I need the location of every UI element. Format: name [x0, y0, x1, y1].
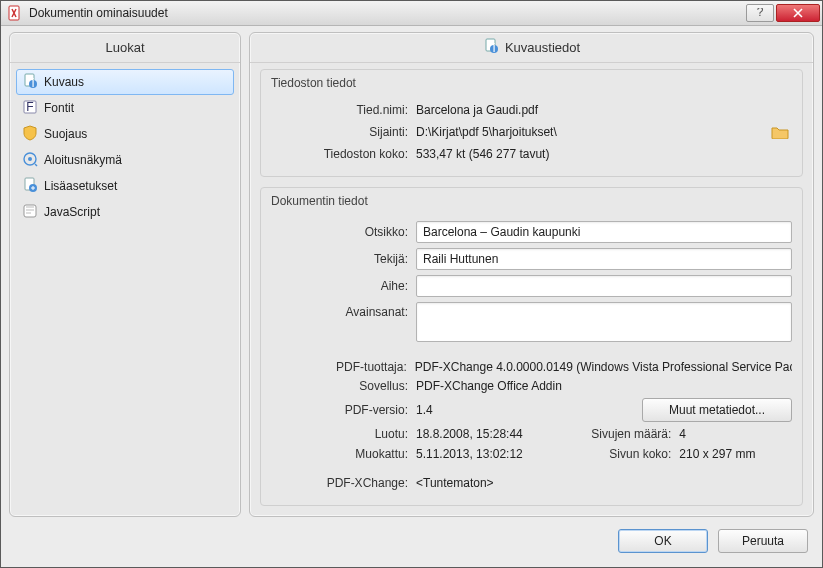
categories-pane: Luokat i Kuvaus F Fontit	[9, 32, 241, 517]
pages-label: Sivujen määrä:	[559, 427, 679, 441]
shield-icon	[22, 125, 38, 144]
details-pane: i Kuvaustiedot Tiedoston tiedot Tied.nim…	[249, 32, 814, 517]
window: Dokumentin ominaisuudet ? Luokat i Kuva	[0, 0, 823, 568]
svg-text:F: F	[26, 100, 33, 114]
top-panes: Luokat i Kuvaus F Fontit	[9, 32, 814, 517]
doc-keywords-label: Avainsanat:	[271, 302, 416, 319]
details-header: i Kuvaustiedot	[250, 33, 813, 63]
pages-value: 4	[679, 427, 792, 441]
doc-title-input[interactable]	[416, 221, 792, 243]
help-button[interactable]: ?	[746, 4, 774, 22]
pagesize-value: 210 x 297 mm	[679, 447, 792, 461]
category-label: Lisäasetukset	[44, 179, 117, 193]
category-label: Kuvaus	[44, 75, 84, 89]
app-row: Sovellus: PDF-XChange Office Addin	[271, 379, 792, 393]
ok-button[interactable]: OK	[618, 529, 708, 553]
pdfx-label: PDF-XChange:	[271, 476, 416, 490]
file-location-value: D:\Kirjat\pdf 5\harjoitukset\	[416, 125, 557, 139]
file-size-row: Tiedoston koko: 533,47 kt (546 277 tavut…	[271, 147, 792, 161]
producer-label: PDF-tuottaja:	[271, 360, 415, 374]
version-label: PDF-versio:	[271, 403, 416, 417]
doc-subject-label: Aihe:	[271, 279, 416, 293]
file-info-group: Tiedoston tiedot Tied.nimi: Barcelona ja…	[260, 69, 803, 177]
version-row: PDF-versio: 1.4 Muut metatiedot...	[271, 398, 792, 422]
page-info-icon: i	[483, 38, 499, 57]
category-javascript[interactable]: JavaScript	[16, 199, 234, 225]
file-info-title: Tiedoston tiedot	[261, 70, 802, 92]
meta-grid: Luotu: 18.8.2008, 15:28:44 Sivujen määrä…	[271, 427, 792, 461]
category-label: Fontit	[44, 101, 74, 115]
doc-info-title: Dokumentin tiedot	[261, 188, 802, 210]
file-name-value: Barcelona ja Gaudi.pdf	[416, 103, 538, 117]
doc-author-input[interactable]	[416, 248, 792, 270]
open-folder-button[interactable]	[768, 122, 792, 142]
doc-keywords-row: Avainsanat:	[271, 302, 792, 342]
folder-icon	[771, 125, 789, 139]
titlebar: Dokumentin ominaisuudet ?	[1, 1, 822, 26]
categories-title: Luokat	[105, 40, 144, 55]
page-info-icon: i	[22, 73, 38, 92]
created-label: Luotu:	[271, 427, 416, 441]
file-name-row: Tied.nimi: Barcelona ja Gaudi.pdf	[271, 103, 792, 117]
file-size-value: 533,47 kt (546 277 tavut)	[416, 147, 549, 161]
details-body: Tiedoston tiedot Tied.nimi: Barcelona ja…	[250, 63, 813, 516]
modified-value: 5.11.2013, 13:02:12	[416, 447, 559, 461]
details-title: Kuvaustiedot	[505, 40, 580, 55]
file-size-label: Tiedoston koko:	[271, 147, 416, 161]
cancel-button[interactable]: Peruuta	[718, 529, 808, 553]
category-kuvaus[interactable]: i Kuvaus	[16, 69, 234, 95]
script-icon	[22, 203, 38, 222]
app-label: Sovellus:	[271, 379, 416, 393]
file-name-label: Tied.nimi:	[271, 103, 416, 117]
pagesize-label: Sivun koko:	[559, 447, 679, 461]
dialog-footer: OK Peruuta	[9, 523, 814, 559]
category-lisaasetukset[interactable]: Lisäasetukset	[16, 173, 234, 199]
doc-subject-row: Aihe:	[271, 275, 792, 297]
doc-title-label: Otsikko:	[271, 225, 416, 239]
settings-icon	[22, 177, 38, 196]
svg-text:?: ?	[757, 8, 764, 18]
categories-list: i Kuvaus F Fontit Suojau	[10, 63, 240, 231]
producer-row: PDF-tuottaja: PDF-XChange 4.0.0000.0149 …	[271, 360, 792, 374]
doc-author-label: Tekijä:	[271, 252, 416, 266]
view-icon	[22, 151, 38, 170]
doc-subject-input[interactable]	[416, 275, 792, 297]
svg-text:i: i	[493, 41, 496, 54]
close-button[interactable]	[776, 4, 820, 22]
client-area: Luokat i Kuvaus F Fontit	[1, 26, 822, 567]
app-icon	[7, 5, 23, 21]
svg-line-9	[35, 164, 37, 166]
created-value: 18.8.2008, 15:28:44	[416, 427, 559, 441]
doc-title-row: Otsikko:	[271, 221, 792, 243]
window-title: Dokumentin ominaisuudet	[29, 6, 744, 20]
more-metadata-button[interactable]: Muut metatiedot...	[642, 398, 792, 422]
category-label: Aloitusnäkymä	[44, 153, 122, 167]
pdfx-value: <Tuntematon>	[416, 476, 494, 490]
svg-text:i: i	[32, 76, 35, 89]
category-label: Suojaus	[44, 127, 87, 141]
doc-author-row: Tekijä:	[271, 248, 792, 270]
version-value: 1.4	[416, 403, 433, 417]
svg-point-8	[28, 157, 32, 161]
file-location-row: Sijainti: D:\Kirjat\pdf 5\harjoitukset\	[271, 122, 792, 142]
categories-header: Luokat	[10, 33, 240, 63]
font-icon: F	[22, 99, 38, 118]
category-label: JavaScript	[44, 205, 100, 219]
pdfx-row: PDF-XChange: <Tuntematon>	[271, 476, 792, 490]
category-suojaus[interactable]: Suojaus	[16, 121, 234, 147]
doc-keywords-input[interactable]	[416, 302, 792, 342]
file-location-label: Sijainti:	[271, 125, 416, 139]
modified-label: Muokattu:	[271, 447, 416, 461]
app-value: PDF-XChange Office Addin	[416, 379, 562, 393]
producer-value: PDF-XChange 4.0.0000.0149 (Windows Vista…	[415, 360, 792, 374]
category-fontit[interactable]: F Fontit	[16, 95, 234, 121]
doc-info-group: Dokumentin tiedot Otsikko: Tekijä:	[260, 187, 803, 506]
category-aloitusnakyma[interactable]: Aloitusnäkymä	[16, 147, 234, 173]
